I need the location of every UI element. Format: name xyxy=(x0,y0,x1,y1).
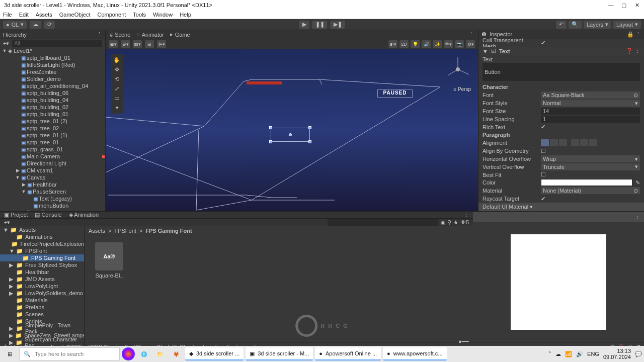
undo-history-icon[interactable]: ↶ xyxy=(556,21,567,29)
hierarchy-item[interactable]: ▣ EventSystem xyxy=(0,209,105,211)
alignment-buttons[interactable] xyxy=(541,139,597,146)
hierarchy-item[interactable]: ▣ sptp_billboard_01 xyxy=(0,54,105,61)
layers-dropdown[interactable]: Layers ▾ xyxy=(584,21,611,29)
lighting-icon[interactable]: 💡 xyxy=(411,40,420,48)
folder-item[interactable]: 📁FireIceProjectileExplosion xyxy=(0,240,84,247)
thumbnail-size-slider[interactable]: ●━━ xyxy=(458,338,469,345)
hoverflow-field[interactable]: Wrap▾ xyxy=(541,155,640,162)
layout-dropdown[interactable]: Layout ▾ xyxy=(613,21,641,29)
text-input[interactable]: Button xyxy=(482,63,640,81)
folder-item[interactable]: ▶📁Free Stylized Skybox xyxy=(0,261,84,268)
tab-animator[interactable]: ≡Animator xyxy=(136,32,164,38)
folder-item[interactable]: ▶📁LowPolySoldiers_demo xyxy=(0,290,84,297)
tray-clock[interactable]: 13:1309.07.2024 xyxy=(603,348,631,360)
default-material-foldout[interactable]: Default UI Material ▾ xyxy=(478,203,644,211)
start-button[interactable]: ⊞ xyxy=(2,347,17,360)
folder-item[interactable]: 📁Healthbar xyxy=(0,268,84,276)
hidden-count-icon[interactable]: 👁5 xyxy=(460,219,469,225)
tray-wifi-icon[interactable]: 📶 xyxy=(565,351,572,357)
menu-tools[interactable]: Tools xyxy=(133,12,146,18)
component-help-icon[interactable]: ❓ ⋮ xyxy=(626,48,640,54)
filter-by-label-icon[interactable]: ⚲ xyxy=(447,219,451,226)
hierarchy-item[interactable]: ▣ sptp_building_04 xyxy=(0,97,105,104)
search-icon[interactable]: 🔍 xyxy=(569,21,582,29)
hierarchy-search-input[interactable] xyxy=(12,40,102,47)
orientation-gizmo[interactable] xyxy=(443,54,473,84)
cull-checkbox[interactable]: ✔ xyxy=(541,40,545,46)
inspector-lock-icon[interactable]: 🔒 ⋮ xyxy=(627,31,641,38)
menu-component[interactable]: Component xyxy=(97,12,126,18)
hierarchy-item[interactable]: ▼▣ Canvas xyxy=(0,174,105,181)
hidden-icon[interactable]: 👁▾ xyxy=(444,40,453,48)
folder-item[interactable]: 📁Materials xyxy=(0,297,84,304)
account-button[interactable]: ● GL ▾ xyxy=(3,21,27,29)
fontsize-input[interactable]: 14 xyxy=(541,108,640,115)
filter-by-type-icon[interactable]: ▣ xyxy=(440,219,445,226)
hierarchy-opts-icon[interactable]: ⋮ xyxy=(97,31,102,38)
services-icon[interactable]: ⟳ xyxy=(44,21,55,29)
tab-game[interactable]: ▸Game xyxy=(170,31,190,38)
folder-item[interactable]: ▼📁Assets xyxy=(0,226,84,233)
folder-item[interactable]: ▶📁JMO Assets xyxy=(0,276,84,283)
hierarchy-item[interactable]: ▣ sptp_building_02 xyxy=(0,104,105,111)
scene-viewport[interactable]: ✋ ✥ ⟲ ⤢ ▭ ✦ xyxy=(106,49,478,211)
menu-edit[interactable]: Edit xyxy=(19,12,29,18)
cloud-icon[interactable]: ☁ xyxy=(30,21,41,29)
hierarchy-item[interactable]: ▣ sptp_building_01 xyxy=(0,111,105,118)
menu-help[interactable]: Help xyxy=(180,12,191,18)
hierarchy-item[interactable]: ▣ menuButton xyxy=(0,202,105,209)
menu-window[interactable]: Window xyxy=(153,12,173,18)
hierarchy-item[interactable]: ▣ Directional Light xyxy=(0,160,105,167)
save-search-icon[interactable]: ★ xyxy=(453,219,458,226)
hierarchy-item[interactable]: ▣ Soldier_demo xyxy=(0,75,105,82)
alignbygeo-checkbox[interactable]: ☐ xyxy=(541,148,546,154)
tray-chevron-icon[interactable]: ˄ xyxy=(548,351,551,357)
hierarchy-item[interactable]: ▣ sptp_air_conditioning_04 xyxy=(0,82,105,89)
scene-tab-opts-icon[interactable]: ⋮ xyxy=(468,31,474,38)
cortana-icon[interactable] xyxy=(122,347,135,360)
folder-item[interactable]: 📁Animations xyxy=(0,233,84,240)
add-icon[interactable]: +▾ xyxy=(3,40,9,47)
handle-sw[interactable] xyxy=(269,140,272,143)
bestfit-checkbox[interactable]: ☐ xyxy=(541,171,546,178)
folder-item[interactable]: ▼📁FPSFont xyxy=(0,247,84,254)
edge-icon[interactable]: 🌐 xyxy=(137,347,151,360)
font-field[interactable]: Aa Square-Black⊙ xyxy=(541,92,640,99)
camera-icon[interactable]: 📷 xyxy=(455,40,464,48)
step-button[interactable]: ▶❚ xyxy=(331,21,345,29)
gizmos-icon[interactable]: ⚙▾ xyxy=(466,40,475,48)
folder-item[interactable]: ▶📁SimplePoly - Town Pack xyxy=(0,325,84,332)
preview-opts-icon[interactable]: ⋮ xyxy=(634,214,640,220)
fx-icon[interactable]: ✨ xyxy=(433,40,442,48)
audio-icon[interactable]: 🔊 xyxy=(422,40,431,48)
maximize-icon[interactable]: ▢ xyxy=(621,2,627,8)
folder-item[interactable]: 📁FPS Gaming Font xyxy=(0,254,84,261)
tab-project[interactable]: ▣ Project xyxy=(4,212,28,218)
scene-increment-icon[interactable]: ⊫▾ xyxy=(157,40,166,48)
firefox-icon[interactable]: 🦊 xyxy=(169,347,183,360)
linespacing-input[interactable]: 1 xyxy=(541,116,640,123)
hierarchy-item[interactable]: ▶▣ CM vcam1 xyxy=(0,167,105,174)
tab-scene[interactable]: #Scene xyxy=(110,32,130,38)
hierarchy-item[interactable]: ▣ sptp_tree_01 xyxy=(0,139,105,146)
explorer-icon[interactable]: 📁 xyxy=(153,347,167,360)
taskbar-item-unity[interactable]: ◆3d side scroller ... xyxy=(185,347,244,360)
folder-item[interactable]: 📁Prefabs xyxy=(0,304,84,311)
tray-volume-icon[interactable]: 🔊 xyxy=(576,351,583,357)
handle-nw[interactable] xyxy=(269,126,272,129)
hierarchy-item[interactable]: ▣ sptp_tree_01 (2) xyxy=(0,118,105,125)
tab-animation[interactable]: ◈ Animation xyxy=(69,212,99,218)
menu-file[interactable]: File xyxy=(3,12,12,18)
scene-root[interactable]: ▼◈ Level1* xyxy=(0,47,105,54)
breadcrumb-assets[interactable]: Assets xyxy=(89,228,105,234)
menu-gameobject[interactable]: GameObject xyxy=(59,12,91,18)
folder-item[interactable]: ▶📁LowPolyLight xyxy=(0,283,84,290)
handle-ne[interactable] xyxy=(308,126,311,129)
scene-shading-icon[interactable]: ▣▾ xyxy=(109,40,118,48)
project-search-input[interactable] xyxy=(328,219,438,226)
taskbar-item-chrome[interactable]: ●www.apowersoft.c... xyxy=(383,347,446,360)
menu-assets[interactable]: Assets xyxy=(36,12,52,18)
tab-console[interactable]: ▤ Console xyxy=(35,212,61,218)
folder-item[interactable]: 📁Scenes xyxy=(0,311,84,318)
close-icon[interactable]: ✕ xyxy=(634,2,640,8)
